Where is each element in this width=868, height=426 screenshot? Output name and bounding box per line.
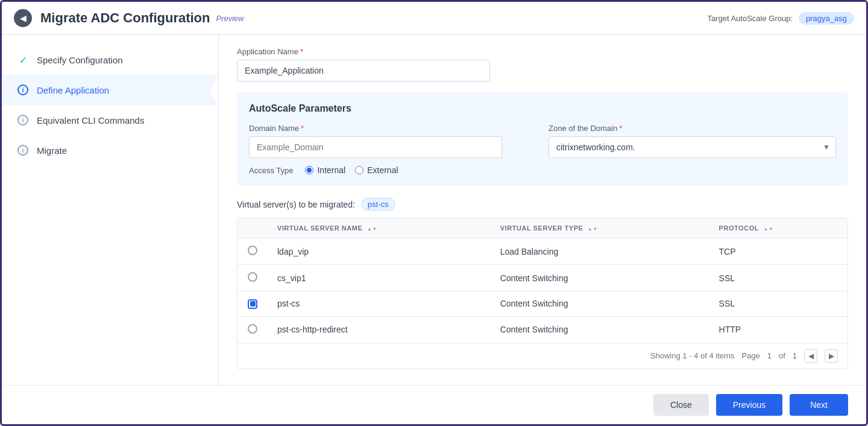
table-row: pst-cs-http-redirect Content Switching H… <box>237 316 848 343</box>
td-radio-cs-vip1[interactable] <box>237 265 268 291</box>
sidebar-item-specify-config[interactable]: ✓ Specify Configuration <box>2 45 218 75</box>
td-name-pst-cs-http: pst-cs-http-redirect <box>268 316 491 343</box>
table-header: VIRTUAL SERVER NAME ▲▼ VIRTUAL SERVER TY… <box>237 218 848 238</box>
sidebar-item-migrate[interactable]: i Migrate <box>2 135 218 165</box>
table-row: cs_vip1 Content Switching SSL <box>237 265 848 291</box>
body: ✓ Specify Configuration i Define Applica… <box>2 35 866 385</box>
td-type-cs-vip1: Content Switching <box>491 265 709 291</box>
vs-section-label: Virtual server(s) to be migrated: <box>237 200 355 209</box>
td-name-pst-cs: pst-cs <box>268 291 491 317</box>
access-type-row: Access Type Internal External <box>249 165 836 175</box>
sort-arrows-type: ▲▼ <box>588 227 598 232</box>
sort-arrows-protocol: ▲▼ <box>764 227 774 232</box>
radio-circle-cs-vip1[interactable] <box>248 272 257 282</box>
vs-table-wrapper: VIRTUAL SERVER NAME ▲▼ VIRTUAL SERVER TY… <box>237 218 848 369</box>
target-group-label: Target AutoScale Group: <box>707 14 793 23</box>
info-icon-migrate: i <box>16 144 30 157</box>
asg-value-badge: pragya_asg <box>799 12 854 25</box>
td-radio-pst-cs-http[interactable] <box>237 316 268 343</box>
footer: Close Previous Next <box>2 385 866 424</box>
app-name-input[interactable] <box>237 60 490 81</box>
showing-text: Showing 1 - 4 of 4 items <box>650 351 734 360</box>
sidebar: ✓ Specify Configuration i Define Applica… <box>2 35 219 385</box>
domain-zone-row: Domain Name * Zone of the Domain * <box>249 124 836 158</box>
radio-circle-pst-cs-http[interactable] <box>248 324 257 334</box>
td-name-ldap-vip: ldap_vip <box>268 238 491 265</box>
close-button[interactable]: Close <box>653 394 709 416</box>
zone-select[interactable]: citrixnetworking.com. <box>549 136 836 158</box>
app-name-label: Application Name * <box>237 47 848 56</box>
radio-internal-input[interactable] <box>305 166 313 174</box>
access-type-radio-group: Internal External <box>305 165 398 175</box>
vs-header-row: Virtual server(s) to be migrated: pst-cs <box>237 198 848 211</box>
th-select <box>237 218 268 238</box>
prev-page-button[interactable]: ◀ <box>804 349 817 363</box>
next-page-button[interactable]: ▶ <box>825 349 838 363</box>
td-radio-ldap-vip[interactable] <box>237 238 268 265</box>
autoscale-parameters-box: AutoScale Parameters Domain Name * Zone … <box>237 92 848 186</box>
page-of: of <box>779 351 785 360</box>
td-protocol-ldap-vip: TCP <box>709 238 848 265</box>
table-row: ldap_vip Load Balancing TCP <box>237 238 848 265</box>
main-content: Application Name * AutoScale Parameters … <box>219 35 866 385</box>
radio-internal-label: Internal <box>317 165 345 175</box>
td-type-pst-cs: Content Switching <box>491 291 709 317</box>
td-name-cs-vip1: cs_vip1 <box>268 265 491 291</box>
radio-selected-pst-cs[interactable] <box>248 299 257 309</box>
previous-button[interactable]: Previous <box>716 394 782 416</box>
back-icon: ◀ <box>20 13 27 23</box>
table-row: pst-cs Content Switching SSL <box>237 291 848 317</box>
vs-table: VIRTUAL SERVER NAME ▲▼ VIRTUAL SERVER TY… <box>237 218 848 343</box>
sidebar-label-specify: Specify Configuration <box>37 55 123 65</box>
info-icon-cli: i <box>16 113 30 127</box>
td-protocol-pst-cs: SSL <box>709 291 848 317</box>
domain-name-label: Domain Name * <box>249 124 536 133</box>
radio-internal[interactable]: Internal <box>305 165 345 175</box>
sidebar-label-cli: Equivalent CLI Commands <box>37 115 144 126</box>
access-type-label: Access Type <box>249 166 293 175</box>
domain-name-group: Domain Name * <box>249 124 536 158</box>
zone-required-star: * <box>619 124 622 133</box>
required-star: * <box>300 47 303 56</box>
td-type-pst-cs-http: Content Switching <box>491 316 709 343</box>
domain-name-input[interactable] <box>249 136 502 158</box>
radio-external-label: External <box>367 165 398 175</box>
th-protocol[interactable]: PROTOCOL ▲▼ <box>709 218 848 238</box>
preview-badge: Preview <box>216 14 244 23</box>
zone-select-wrap: citrixnetworking.com. ▼ <box>549 136 836 158</box>
pagination-row: Showing 1 - 4 of 4 items Page 1 of 1 ◀ ▶ <box>237 343 848 369</box>
radio-circle-ldap-vip[interactable] <box>248 246 257 255</box>
sort-arrows-name: ▲▼ <box>367 227 377 232</box>
zone-group: Zone of the Domain * citrixnetworking.co… <box>549 124 836 158</box>
td-protocol-pst-cs-http: HTTP <box>709 316 848 343</box>
radio-external-input[interactable] <box>355 166 363 174</box>
table-body: ldap_vip Load Balancing TCP cs_vip1 Cont… <box>237 238 848 343</box>
header-right: Target AutoScale Group: pragya_asg <box>707 12 854 25</box>
check-icon-specify: ✓ <box>16 53 30 66</box>
app-name-group: Application Name * <box>237 47 848 81</box>
current-page: 1 <box>767 351 772 360</box>
page-title: Migrate ADC Configuration <box>40 10 210 26</box>
radio-external[interactable]: External <box>355 165 398 175</box>
th-vs-type[interactable]: VIRTUAL SERVER TYPE ▲▼ <box>491 218 709 238</box>
sidebar-label-define: Define Application <box>37 85 109 95</box>
sidebar-label-migrate: Migrate <box>37 145 67 156</box>
back-button[interactable]: ◀ <box>14 9 32 27</box>
sidebar-item-define-application[interactable]: i Define Application <box>2 75 218 105</box>
page-label: Page <box>741 351 760 360</box>
next-button[interactable]: Next <box>790 394 848 416</box>
sidebar-item-equivalent-cli[interactable]: i Equivalent CLI Commands <box>2 105 218 135</box>
th-vs-name[interactable]: VIRTUAL SERVER NAME ▲▼ <box>268 218 491 238</box>
td-radio-pst-cs[interactable] <box>237 291 268 317</box>
domain-required-star: * <box>301 124 304 133</box>
autoscale-title: AutoScale Parameters <box>249 103 836 114</box>
td-type-ldap-vip: Load Balancing <box>491 238 709 265</box>
header: ◀ Migrate ADC Configuration Preview Targ… <box>2 2 866 35</box>
info-icon-define: i <box>16 83 30 97</box>
app-window: ◀ Migrate ADC Configuration Preview Targ… <box>0 0 868 426</box>
td-protocol-cs-vip1: SSL <box>709 265 848 291</box>
total-pages: 1 <box>793 351 797 360</box>
zone-label: Zone of the Domain * <box>549 124 836 133</box>
vs-selected-badge: pst-cs <box>361 198 395 211</box>
